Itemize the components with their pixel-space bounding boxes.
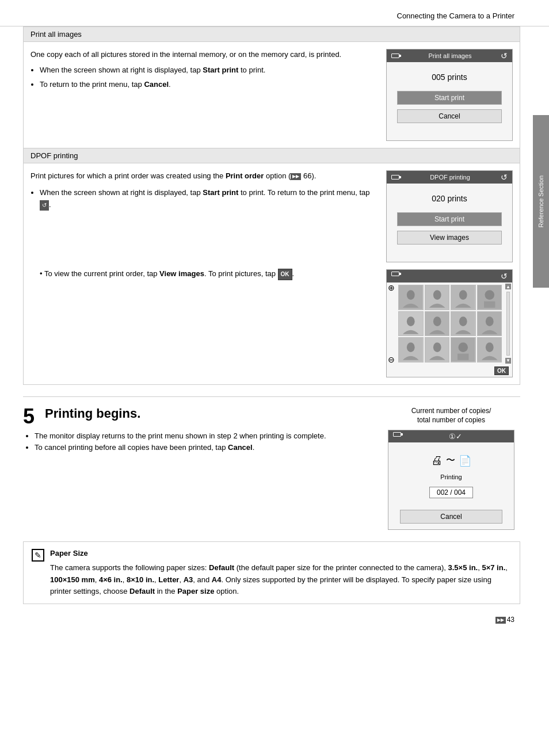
step-5-right: Current number of copies/total number of… xyxy=(382,406,520,530)
sidebar-reference: Reference Section xyxy=(533,115,549,288)
thumb-screen-footer: OK xyxy=(387,365,512,377)
step-5-right-title: Current number of copies/total number of… xyxy=(382,406,520,426)
thumb-cell-11 xyxy=(451,337,476,362)
ok-btn[interactable]: OK xyxy=(494,366,509,375)
battery-icon xyxy=(391,54,399,58)
note-content: Paper Size The camera supports the follo… xyxy=(50,548,512,598)
link-icon-footer: ▶▶ xyxy=(495,617,506,624)
step-5-bullets: The monitor display returns to the print… xyxy=(23,430,371,455)
svg-point-5 xyxy=(459,290,467,300)
zoom-out-icon[interactable]: ⊖ xyxy=(388,356,395,364)
thumb-screen-top: ↺ xyxy=(387,270,512,282)
thumbnail-screen: ↺ ⊕ ⊖ xyxy=(386,269,513,377)
svg-point-16 xyxy=(485,316,493,326)
thumb-back-arrow[interactable]: ↺ xyxy=(501,272,508,281)
page-container: Connecting the Camera to a Printer Refer… xyxy=(0,0,549,756)
print-all-description: One copy each of all pictures stored in … xyxy=(30,49,377,61)
svg-point-18 xyxy=(407,342,415,352)
svg-point-20 xyxy=(433,342,441,352)
copies-title-text: Current number of copies/total number of… xyxy=(411,407,491,425)
dpof-screen-1-body: 020 prints Start print View images xyxy=(387,184,512,262)
dpof-description: Print pictures for which a print order w… xyxy=(30,170,377,182)
print-all-bullet-1: When the screen shown at right is displa… xyxy=(40,64,377,77)
svg-point-25 xyxy=(485,342,493,352)
paper-icon: 📄 xyxy=(459,455,471,467)
printing-screen-top: ①✓ xyxy=(388,430,514,442)
print-battery-icon xyxy=(393,432,401,437)
zoom-in-icon[interactable]: ⊕ xyxy=(388,284,395,292)
dpof-start-print-btn[interactable]: Start print xyxy=(397,212,502,226)
wave-icon: 〜 xyxy=(446,455,455,467)
svg-point-12 xyxy=(433,316,441,326)
thumb-cell-3 xyxy=(451,285,476,310)
cancel-btn[interactable]: Cancel xyxy=(397,109,502,123)
note-title: Paper Size xyxy=(50,548,512,560)
note-box: ✎ Paper Size The camera supports the fol… xyxy=(23,541,520,604)
sidebar-label-text: Reference Section xyxy=(537,175,544,228)
print-all-text: One copy each of all pictures stored in … xyxy=(30,49,377,141)
dpof-title: DPOF printing xyxy=(30,151,78,160)
dpof-screens: DPOF printing ↺ 020 prints Start print V… xyxy=(386,170,513,377)
printer-icon: 🖨 xyxy=(431,454,443,467)
footer-page-number: 43 xyxy=(507,616,514,624)
svg-point-10 xyxy=(407,316,415,326)
scroll-down-btn[interactable]: ▼ xyxy=(505,358,511,364)
step-title: Printing begins. xyxy=(45,406,140,421)
print-all-bullet-2: To return to the print menu, tap Cancel. xyxy=(40,79,377,91)
thumb-cell-12 xyxy=(477,337,502,362)
print-count: 005 prints xyxy=(432,72,467,82)
step-number: 5 xyxy=(23,406,35,427)
back-symbol: ↺ xyxy=(40,200,49,211)
step-5-section: 5 Printing begins. The monitor display r… xyxy=(23,396,520,530)
link-icon-1: ▶▶ xyxy=(291,173,301,180)
printing-screen-body: 🖨 〜 📄 Printing 002 / 004 Cancel xyxy=(388,442,514,529)
dpof-view-images-btn[interactable]: View images xyxy=(397,231,502,245)
screen-body: 005 prints Start print Cancel xyxy=(387,62,512,140)
thumb-cell-7 xyxy=(451,311,476,337)
dpof-battery-icon xyxy=(391,175,399,180)
thumb-cell-1 xyxy=(398,285,424,310)
dpof-bullets: When the screen shown at right is displa… xyxy=(30,187,377,211)
note-text: The camera supports the following paper … xyxy=(50,562,512,598)
thumb-cell-9 xyxy=(398,337,424,362)
print-all-screen: Print all images ↺ 005 prints Start prin… xyxy=(386,49,513,141)
step-5-bullet-1: The monitor display returns to the print… xyxy=(35,430,371,442)
dpof-text: Print pictures for which a print order w… xyxy=(30,170,377,377)
page-footer: ▶▶43 xyxy=(0,616,549,624)
screen-title-text: Print all images xyxy=(428,52,471,59)
step-5-left: 5 Printing begins. The monitor display r… xyxy=(23,406,371,530)
dpof-bullet-2: • To view the current print order, tap V… xyxy=(40,268,377,280)
thumb-cell-8 xyxy=(477,311,502,337)
main-content: Print all images One copy each of all pi… xyxy=(0,26,549,604)
printing-text: Printing xyxy=(440,474,462,480)
header-title: Connecting the Camera to a Printer xyxy=(397,12,515,20)
print-logo: ①✓ xyxy=(449,432,462,441)
ok-button-inline: OK xyxy=(278,269,292,280)
page-header: Connecting the Camera to a Printer xyxy=(0,12,549,26)
print-all-title: Print all images xyxy=(30,30,82,39)
print-all-screen-title: Print all images ↺ xyxy=(387,49,512,62)
dpof-header: DPOF printing xyxy=(24,148,520,163)
dpof-back-arrow[interactable]: ↺ xyxy=(501,173,508,182)
step-5-bullet-2: To cancel printing before all copies hav… xyxy=(35,442,371,454)
scroll-up-btn[interactable]: ▲ xyxy=(505,284,511,289)
thumb-cell-2 xyxy=(425,285,450,310)
step-5-heading-row: 5 Printing begins. xyxy=(23,406,371,427)
svg-point-1 xyxy=(407,290,415,300)
start-print-btn[interactable]: Start print xyxy=(397,91,502,105)
dpof-bullet-1: When the screen shown at right is displa… xyxy=(40,187,377,211)
print-all-bullets: When the screen shown at right is displa… xyxy=(30,64,377,91)
dpof-content: Print pictures for which a print order w… xyxy=(24,163,520,384)
thumb-cell-5 xyxy=(398,311,424,337)
dpof-screen-1: DPOF printing ↺ 020 prints Start print V… xyxy=(386,170,513,262)
thumb-grid xyxy=(396,282,504,365)
note-icon: ✎ xyxy=(32,549,44,562)
printing-screen: ①✓ 🖨 〜 📄 Printing 002 / 004 Can xyxy=(388,430,514,530)
pencil-icon: ✎ xyxy=(35,551,41,560)
svg-point-22 xyxy=(458,342,468,352)
progress-counter: 002 / 004 xyxy=(429,487,473,498)
back-arrow-icon[interactable]: ↺ xyxy=(501,51,508,60)
thumb-cell-6 xyxy=(425,311,450,337)
printing-cancel-btn[interactable]: Cancel xyxy=(400,510,502,524)
svg-rect-23 xyxy=(458,354,468,360)
